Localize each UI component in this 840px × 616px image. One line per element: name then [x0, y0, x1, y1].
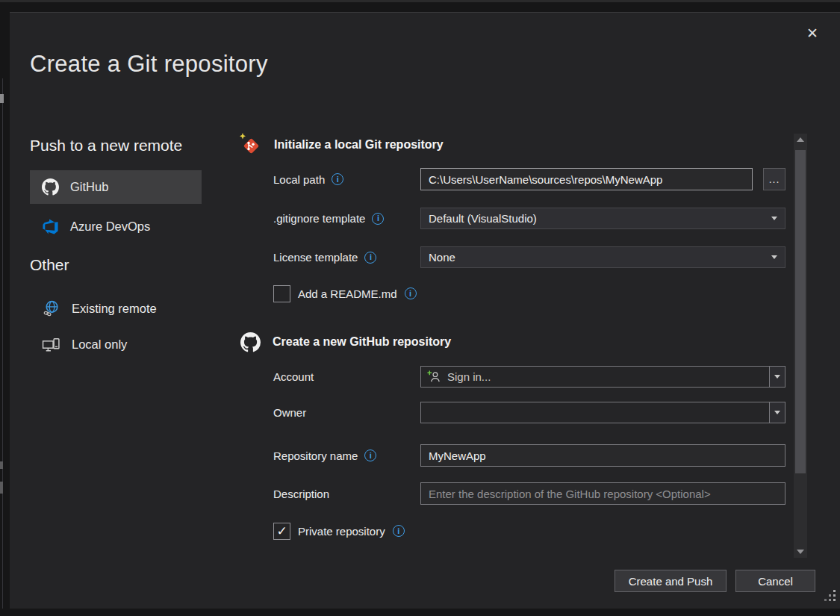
- screen: ✕ Create a Git repository Push to a new …: [0, 0, 840, 616]
- gitignore-template-label: .gitignore template: [273, 212, 365, 225]
- cancel-button[interactable]: Cancel: [735, 570, 815, 592]
- edge-tick: [0, 482, 3, 494]
- github-icon: [240, 332, 261, 352]
- init-section-header: Initialize a local Git repository: [238, 133, 444, 157]
- sidebar-item-label: GitHub: [70, 180, 108, 194]
- add-readme-checkbox[interactable]: ✓: [273, 285, 290, 302]
- chevron-down-icon[interactable]: [769, 367, 785, 387]
- sidebar-item-label: Existing remote: [72, 302, 157, 316]
- license-template-label: License template: [273, 251, 358, 264]
- sidebar-item-label: Local only: [72, 337, 127, 352]
- license-label-row: License template i: [273, 246, 376, 268]
- account-signin-text: Sign in...: [447, 370, 491, 383]
- info-icon[interactable]: i: [405, 287, 417, 299]
- readme-checkbox-row: ✓ Add a README.md i: [273, 284, 417, 303]
- chevron-down-icon: [771, 217, 777, 220]
- local-only-devices-icon: [42, 335, 60, 354]
- owner-combobox[interactable]: [420, 402, 785, 423]
- account-combobox[interactable]: Sign in...: [420, 366, 785, 388]
- description-input[interactable]: [420, 482, 785, 505]
- repository-name-input[interactable]: [420, 444, 785, 467]
- add-user-icon: [427, 370, 441, 384]
- info-icon[interactable]: i: [332, 173, 343, 185]
- other-heading: Other: [30, 256, 69, 274]
- sidebar-item-label: Azure DevOps: [70, 220, 150, 234]
- owner-label-row: Owner: [273, 402, 306, 423]
- owner-label: Owner: [273, 406, 306, 419]
- scrollbar-thumb[interactable]: [795, 150, 806, 473]
- chevron-down-icon: [771, 255, 777, 259]
- gitignore-label-row: .gitignore template i: [273, 208, 384, 229]
- sidebar-item-local-only[interactable]: Local only: [30, 329, 202, 359]
- local-path-label-row: Local path i: [273, 168, 343, 190]
- outer-window-border: [2, 78, 3, 609]
- gitignore-template-dropdown[interactable]: Default (VisualStudio): [420, 208, 785, 229]
- init-section-title: Initialize a local Git repository: [274, 138, 444, 152]
- create-and-push-button[interactable]: Create and Push: [615, 570, 727, 592]
- create-git-repository-dialog: ✕ Create a Git repository Push to a new …: [10, 12, 840, 609]
- git-new-repo-icon: [238, 133, 262, 157]
- azure-devops-icon: [42, 218, 59, 235]
- repository-name-label: Repository name: [273, 449, 358, 462]
- edge-tick: [0, 94, 4, 103]
- account-label: Account: [273, 370, 314, 383]
- existing-remote-globe-icon: [42, 299, 60, 318]
- dialog-title: Create a Git repository: [30, 51, 268, 78]
- local-path-input[interactable]: [420, 168, 753, 190]
- browse-button[interactable]: ...: [763, 168, 785, 190]
- outer-window-edge: [0, 0, 840, 2]
- info-icon[interactable]: i: [393, 525, 405, 537]
- private-repository-label: Private repository: [298, 525, 385, 538]
- resize-grip[interactable]: [822, 589, 837, 606]
- sidebar-item-existing-remote[interactable]: Existing remote: [30, 293, 202, 323]
- private-checkbox-row: ✓ Private repository i: [273, 521, 405, 541]
- account-label-row: Account: [273, 366, 314, 388]
- push-remote-heading: Push to a new remote: [30, 137, 182, 155]
- edge-tick: [0, 461, 3, 469]
- description-label: Description: [273, 488, 329, 500]
- private-repository-checkbox[interactable]: ✓: [273, 523, 290, 540]
- vertical-scrollbar[interactable]: [794, 134, 807, 558]
- sidebar-item-azure-devops[interactable]: Azure DevOps: [30, 211, 202, 241]
- info-icon[interactable]: i: [364, 449, 376, 461]
- github-icon: [42, 178, 59, 196]
- add-readme-label: Add a README.md: [298, 287, 397, 300]
- local-path-label: Local path: [273, 173, 325, 186]
- license-template-value: None: [429, 251, 455, 264]
- scroll-down-arrow[interactable]: [794, 546, 807, 558]
- repo-name-label-row: Repository name i: [273, 444, 376, 467]
- github-section-header: Create a new GitHub repository: [240, 332, 451, 352]
- chevron-down-icon[interactable]: [769, 402, 785, 423]
- info-icon[interactable]: i: [364, 252, 376, 264]
- gitignore-template-value: Default (VisualStudio): [429, 212, 537, 225]
- github-section-title: Create a new GitHub repository: [273, 335, 451, 349]
- sidebar-item-github[interactable]: GitHub: [30, 170, 202, 204]
- info-icon[interactable]: i: [372, 213, 384, 225]
- scroll-up-arrow[interactable]: [794, 134, 807, 146]
- license-template-dropdown[interactable]: None: [420, 246, 785, 268]
- close-button[interactable]: ✕: [798, 19, 827, 47]
- description-label-row: Description: [273, 482, 329, 505]
